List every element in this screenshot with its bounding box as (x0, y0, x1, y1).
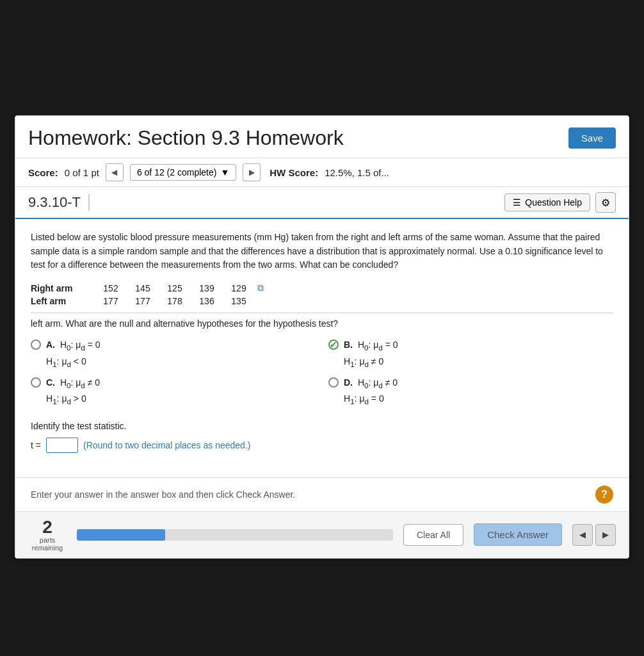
choice-a-label: A. (46, 340, 55, 350)
right-val-2: 145 (127, 283, 159, 293)
copy-icon[interactable]: ⧉ (257, 283, 264, 293)
choice-c[interactable]: C. H0: μd ≠ 0 H1: μd > 0 (31, 375, 316, 408)
check-answer-button[interactable]: Check Answer (474, 523, 562, 546)
right-val-5: 129 (223, 283, 255, 293)
problem-text: Listed below are systolic blood pressure… (31, 231, 613, 272)
parts-remaining: 2 parts remaining (28, 518, 67, 552)
choices-grid: A. H0: μd = 0 H1: μd < 0 ✔ B. H0: μd = 0… (31, 338, 613, 408)
settings-button[interactable]: ⚙ (595, 192, 616, 213)
left-arm-label: Left arm (31, 296, 95, 306)
radio-d[interactable] (328, 377, 339, 388)
choice-a-text: A. H0: μd = 0 H1: μd < 0 (46, 338, 101, 370)
question-tools: ☰ Question Help ⚙ (504, 192, 616, 213)
question-help-label: Question Help (525, 197, 582, 208)
hw-score-value: 12.5%, 1.5 of... (325, 167, 389, 178)
test-stat-label: Identify the test statistic. (31, 421, 613, 431)
question-header: 9.3.10-T ☰ Question Help ⚙ (15, 187, 629, 219)
right-val-3: 125 (159, 283, 191, 293)
left-val-1: 177 (95, 296, 127, 306)
footer-nav: ◀ ▶ (572, 524, 616, 546)
round-note: (Round to two decimal places as needed.) (83, 440, 250, 450)
answer-instruction: Enter your answer in the answer box and … (15, 477, 629, 511)
choice-c-label: C. (46, 377, 55, 388)
footer-prev-button[interactable]: ◀ (572, 524, 593, 546)
score-bar: Score: 0 of 1 pt ◀ 6 of 12 (2 complete) … (15, 158, 629, 187)
t-input-row: t = (Round to two decimal places as need… (31, 438, 613, 453)
gear-icon: ⚙ (601, 197, 610, 209)
t-input[interactable] (46, 438, 78, 453)
parts-number: 2 (42, 518, 52, 536)
radio-a[interactable] (31, 340, 41, 350)
question-number: 9.3.10-T (28, 194, 90, 211)
prev-question-button[interactable]: ◀ (106, 163, 124, 181)
question-selector[interactable]: 6 of 12 (2 complete) ▼ (130, 164, 236, 181)
footer-next-button[interactable]: ▶ (595, 524, 616, 546)
left-val-3: 178 (159, 296, 191, 306)
radio-b[interactable]: ✔ (328, 340, 339, 350)
checkmark-icon: ✔ (330, 340, 337, 350)
choice-d[interactable]: D. H0: μd ≠ 0 H1: μd = 0 (328, 375, 613, 408)
right-arm-row: Right arm 152 145 125 139 129 ⧉ (31, 283, 613, 293)
choice-b-text: B. H0: μd = 0 H1: μd ≠ 0 (344, 338, 398, 370)
right-val-1: 152 (95, 283, 127, 293)
choice-b-label: B. (344, 340, 353, 350)
choice-a[interactable]: A. H0: μd = 0 H1: μd < 0 (31, 338, 316, 370)
progress-bar-fill (77, 529, 165, 541)
choice-d-label: D. (344, 377, 353, 388)
right-val-4: 139 (191, 283, 223, 293)
divider (31, 313, 613, 313)
dropdown-icon: ▼ (220, 167, 229, 177)
help-circle-button[interactable]: ? (595, 486, 613, 504)
choice-d-text: D. H0: μd ≠ 0 H1: μd = 0 (344, 375, 398, 408)
choice-b[interactable]: ✔ B. H0: μd = 0 H1: μd ≠ 0 (328, 338, 613, 370)
question-help-button[interactable]: ☰ Question Help (504, 193, 590, 211)
header: Homework: Section 9.3 Homework Save (15, 116, 629, 158)
choice-c-text: C. H0: μd ≠ 0 H1: μd > 0 (46, 375, 100, 408)
radio-c[interactable] (31, 377, 41, 388)
left-val-4: 136 (191, 296, 223, 306)
hw-score-label: HW Score: (270, 167, 318, 178)
main-container: Homework: Section 9.3 Homework Save Scor… (15, 115, 629, 559)
save-button[interactable]: Save (568, 127, 616, 149)
left-arm-row: Left arm 177 177 178 136 135 (31, 296, 613, 306)
t-equals-label: t = (31, 440, 41, 450)
footer: 2 parts remaining Clear All Check Answer… (15, 511, 629, 558)
question-nav-text: 6 of 12 (2 complete) (137, 167, 217, 177)
page-title: Homework: Section 9.3 Homework (28, 126, 344, 150)
next-question-button[interactable]: ▶ (243, 163, 261, 181)
data-table: Right arm 152 145 125 139 129 ⧉ Left arm… (31, 283, 613, 306)
list-icon: ☰ (513, 197, 521, 208)
answer-instruction-text: Enter your answer in the answer box and … (31, 489, 295, 500)
hypothesis-intro: left arm. What are the null and alternat… (31, 318, 613, 329)
score-value: 0 of 1 pt (65, 167, 99, 178)
left-val-5: 135 (223, 296, 255, 306)
score-label: Score: (28, 167, 58, 178)
left-val-2: 177 (127, 296, 159, 306)
right-arm-label: Right arm (31, 283, 95, 293)
content-area: Listed below are systolic blood pressure… (15, 219, 629, 477)
clear-all-button[interactable]: Clear All (403, 524, 463, 546)
parts-text: parts remaining (32, 536, 63, 552)
progress-bar-container (77, 529, 393, 541)
